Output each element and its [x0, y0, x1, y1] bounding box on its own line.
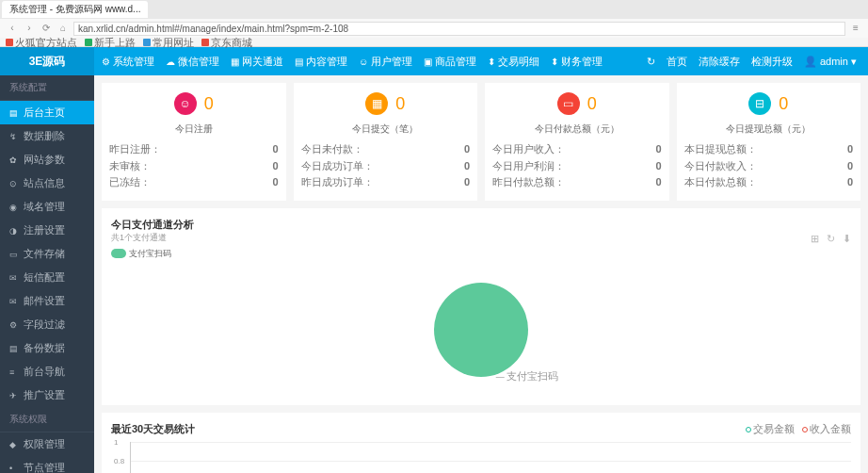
- sidebar-label: 推广设置: [24, 388, 65, 402]
- line-legend: 交易金额 收入金额: [746, 422, 851, 436]
- card-icon: ☺: [174, 92, 197, 115]
- card-title: 今日提交（笔）: [301, 122, 471, 136]
- tool-data-icon[interactable]: ⊞: [811, 233, 819, 245]
- panel-title: 今日支付通道分析: [111, 218, 194, 232]
- sidebar-icon: ◑: [9, 226, 19, 236]
- browser-tab[interactable]: 系统管理 - 免费源码网 www.d...: [2, 1, 148, 18]
- sidebar-label: 网站参数: [24, 153, 65, 167]
- tool-download-icon[interactable]: ⬇: [843, 233, 851, 245]
- menu-gateway[interactable]: ▦ 网关通道: [231, 55, 283, 69]
- sidebar-label: 备份数据: [24, 341, 65, 355]
- card-stats: 本日提现总额：0今日付款收入：0本日付款总额：0: [684, 141, 854, 191]
- top-menu: ⚙ 系统管理 ☁ 微信管理 ▦ 网关通道 ▤ 内容管理 ☺ 用户管理 ▣ 商品管…: [94, 55, 647, 69]
- sidebar-icon: ⚙: [9, 320, 19, 330]
- line-chart-panel: 最近30天交易统计 交易金额 收入金额 1 0.8: [102, 413, 860, 473]
- bookmark-item[interactable]: 常用网址: [143, 36, 194, 50]
- sidebar-item[interactable]: ✿网站参数: [0, 148, 94, 171]
- sidebar-label: 域名管理: [24, 200, 65, 214]
- sidebar-icon: ▤: [9, 344, 19, 353]
- bookmark-bar: 火狐官方站点 新手上路 常用网址 京东商城: [0, 38, 868, 47]
- main-area: 系统配置▤后台主页↯数据删除✿网站参数⊙站点信息◉域名管理◑注册设置▭文件存储✉…: [0, 75, 868, 473]
- sidebar-item[interactable]: ▤备份数据: [0, 336, 94, 360]
- menu-system[interactable]: ⚙ 系统管理: [102, 55, 154, 69]
- sidebar-label: 权限管理: [24, 437, 65, 451]
- sidebar-item[interactable]: ✈推广设置: [0, 383, 94, 407]
- pie-chart: — 支付宝扫码: [111, 264, 851, 396]
- card-icon: ▭: [557, 92, 580, 115]
- sidebar-label: 站点信息: [24, 176, 65, 190]
- menu-content[interactable]: ▤ 内容管理: [295, 55, 347, 69]
- sidebar-item[interactable]: ⊙站点信息: [0, 171, 94, 195]
- sidebar-icon: ≡: [9, 367, 19, 377]
- menu-users[interactable]: ☺ 用户管理: [359, 55, 412, 69]
- sidebar-item[interactable]: ✉邮件设置: [0, 289, 94, 313]
- sidebar-item[interactable]: ◆权限管理: [0, 432, 94, 456]
- card-stats: 昨日注册：0未审核：0已冻结：0: [109, 141, 279, 191]
- card-stats: 今日用户收入：0今日用户利润：0昨日付款总额：0: [492, 141, 662, 191]
- y-tick: 0.8: [114, 457, 124, 465]
- sidebar-item[interactable]: ◑注册设置: [0, 219, 94, 242]
- top-right: ↻ 首页 清除缓存 检测升级 👤 admin ▾: [647, 55, 868, 69]
- card-title: 今日注册: [109, 122, 279, 136]
- sidebar-label: 后台主页: [24, 106, 65, 120]
- card-stats: 今日未付款：0今日成功订单：0昨日成功订单：0: [301, 141, 471, 191]
- sidebar: 系统配置▤后台主页↯数据删除✿网站参数⊙站点信息◉域名管理◑注册设置▭文件存储✉…: [0, 75, 94, 473]
- sidebar-icon: ▭: [9, 250, 19, 259]
- pay-channel-panel: 今日支付通道分析 共1个支付通道 支付宝扫码 ⊞ ↻ ⬇ — 支付宝扫码: [102, 208, 860, 405]
- sidebar-label: 数据删除: [24, 129, 65, 143]
- sidebar-icon: ↯: [9, 132, 19, 141]
- tab-bar: 系统管理 - 免费源码网 www.d...: [0, 0, 868, 19]
- sidebar-item[interactable]: ✉短信配置: [0, 266, 94, 289]
- sidebar-label: 注册设置: [24, 223, 65, 237]
- sidebar-group: 系统配置: [0, 75, 94, 101]
- pie-label: — 支付宝扫码: [496, 369, 559, 383]
- home-icon[interactable]: ⌂: [56, 22, 70, 35]
- menu-finance[interactable]: ⬍ 财务管理: [551, 55, 603, 69]
- sidebar-icon: ✉: [9, 273, 19, 283]
- sidebar-icon: ◆: [9, 440, 19, 449]
- content: ☺0今日注册昨日注册：0未审核：0已冻结：0▦0今日提交（笔）今日未付款：0今日…: [94, 75, 868, 473]
- legend-label: 支付宝扫码: [129, 249, 171, 258]
- sidebar-icon: ✉: [9, 297, 19, 306]
- check-update-button[interactable]: 检测升级: [751, 55, 793, 69]
- refresh-button[interactable]: ↻: [647, 56, 655, 68]
- forward-icon[interactable]: ›: [23, 22, 36, 35]
- line-title: 最近30天交易统计: [111, 422, 195, 436]
- sidebar-icon: ◉: [9, 203, 19, 212]
- sidebar-label: 文件存储: [24, 247, 65, 261]
- legend-dot: [111, 249, 126, 258]
- card-number: 0: [587, 94, 597, 114]
- menu-icon[interactable]: ≡: [849, 22, 862, 35]
- stat-card: ⊟0今日提现总额（元）本日提现总额：0今日付款收入：0本日付款总额：0: [677, 83, 861, 201]
- url-input[interactable]: kan.xrlid.cn/admin.html#/manage/index/ma…: [73, 22, 845, 36]
- menu-goods[interactable]: ▣ 商品管理: [424, 55, 476, 69]
- sidebar-group: 系统权限: [0, 407, 94, 432]
- back-icon[interactable]: ‹: [6, 22, 19, 35]
- sidebar-item[interactable]: ▭文件存储: [0, 242, 94, 266]
- reload-icon[interactable]: ⟳: [40, 22, 53, 35]
- sidebar-label: 短信配置: [24, 270, 65, 285]
- user-menu[interactable]: 👤 admin ▾: [804, 56, 857, 68]
- tool-refresh-icon[interactable]: ↻: [827, 233, 835, 245]
- sidebar-icon: ⊙: [9, 179, 19, 188]
- sidebar-item[interactable]: ⚙字段过滤: [0, 313, 94, 336]
- y-tick: 1: [114, 438, 118, 447]
- sidebar-item[interactable]: ≡前台导航: [0, 360, 94, 383]
- sidebar-item[interactable]: ↯数据删除: [0, 124, 94, 148]
- bookmark-item[interactable]: 京东商城: [201, 36, 252, 50]
- menu-trade[interactable]: ⬍ 交易明细: [488, 55, 539, 69]
- logo: 3E源码: [0, 47, 94, 75]
- sidebar-icon: ✿: [9, 155, 19, 165]
- sidebar-item[interactable]: ◉域名管理: [0, 195, 94, 219]
- card-icon: ▦: [365, 92, 388, 115]
- panel-tools: ⊞ ↻ ⬇: [811, 233, 851, 245]
- sidebar-item[interactable]: ▤后台主页: [0, 101, 94, 124]
- clear-cache-button[interactable]: 清除缓存: [699, 55, 740, 69]
- menu-wechat[interactable]: ☁ 微信管理: [166, 55, 219, 69]
- card-number: 0: [779, 94, 788, 114]
- card-number: 0: [204, 94, 214, 114]
- sidebar-icon: ✈: [9, 391, 19, 400]
- card-title: 今日付款总额（元）: [492, 122, 662, 136]
- home-button[interactable]: 首页: [667, 55, 687, 69]
- sidebar-item[interactable]: •节点管理: [0, 456, 94, 473]
